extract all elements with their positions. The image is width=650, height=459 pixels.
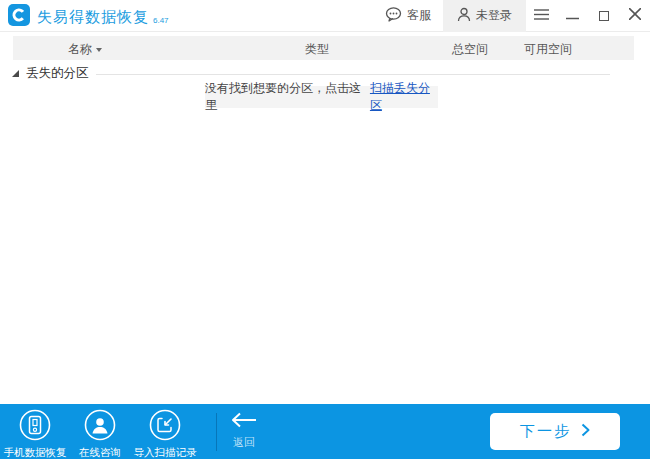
column-header-total-space[interactable]: 总空间 xyxy=(452,41,488,58)
back-label: 返回 xyxy=(222,435,266,450)
titlebar: 失易得数据恢复 6.47 客服 xyxy=(0,0,650,32)
minimize-icon xyxy=(566,9,579,23)
app-version: 6.47 xyxy=(153,16,169,25)
close-button[interactable] xyxy=(619,0,650,32)
empty-message-text: 没有找到想要的分区，点击这里 xyxy=(205,80,364,114)
phone-icon xyxy=(19,427,51,444)
login-button[interactable]: 未登录 xyxy=(443,0,526,32)
import-icon xyxy=(149,427,181,444)
app-brand: 失易得数据恢复 6.47 xyxy=(0,4,169,27)
maximize-icon xyxy=(599,11,609,21)
back-button[interactable]: 返回 xyxy=(222,412,266,450)
bottom-toolbar: 手机数据恢复 在线咨询 导入扫描记录 xyxy=(0,404,650,459)
app-title: 失易得数据恢复 xyxy=(37,8,149,27)
partition-table-header: 名称 类型 总空间 可用空间 xyxy=(13,36,634,60)
app-window: 失易得数据恢复 6.47 客服 xyxy=(0,0,650,459)
login-label: 未登录 xyxy=(476,7,512,24)
tree-group-label: 丢失的分区 xyxy=(26,65,89,82)
person-icon xyxy=(84,427,116,444)
next-step-button[interactable]: 下一步 xyxy=(490,413,620,450)
back-arrow-icon xyxy=(231,414,257,431)
maximize-button[interactable] xyxy=(588,0,619,32)
next-step-label: 下一步 xyxy=(520,422,571,441)
column-header-free-space[interactable]: 可用空间 xyxy=(524,41,572,58)
menu-button[interactable] xyxy=(526,0,557,32)
action-label: 手机数据恢复 xyxy=(2,446,68,459)
action-label: 在线咨询 xyxy=(67,446,133,459)
empty-partition-message: 没有找到想要的分区，点击这里 扫描丢失分区 xyxy=(205,86,438,108)
online-consult-button[interactable]: 在线咨询 xyxy=(67,409,133,459)
column-header-type[interactable]: 类型 xyxy=(305,41,329,58)
support-label: 客服 xyxy=(407,7,431,24)
tree-group-divider xyxy=(96,74,610,75)
app-logo-icon xyxy=(8,4,30,26)
toolbar-divider xyxy=(216,413,217,451)
phone-recovery-button[interactable]: 手机数据恢复 xyxy=(2,409,68,459)
menu-icon xyxy=(534,9,549,23)
titlebar-controls: 客服 未登录 xyxy=(373,0,650,32)
chat-bubble-icon xyxy=(385,7,402,25)
minimize-button[interactable] xyxy=(557,0,588,32)
sort-caret-icon xyxy=(96,48,102,52)
support-button[interactable]: 客服 xyxy=(373,0,443,32)
tree-expand-icon[interactable] xyxy=(12,70,19,77)
column-header-name[interactable]: 名称 xyxy=(68,41,102,58)
close-icon xyxy=(629,8,641,23)
user-icon xyxy=(457,7,471,25)
chevron-right-icon xyxy=(581,423,590,440)
action-label: 导入扫描记录 xyxy=(132,446,198,459)
scan-lost-partition-link[interactable]: 扫描丢失分区 xyxy=(370,80,438,114)
import-scan-record-button[interactable]: 导入扫描记录 xyxy=(132,409,198,459)
